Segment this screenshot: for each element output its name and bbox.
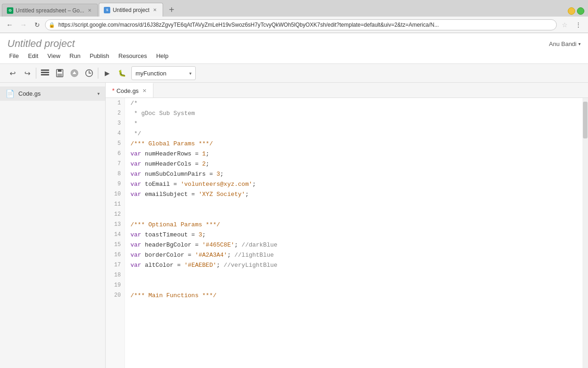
- editor-tab-code-gs[interactable]: * Code.gs ✕: [106, 83, 153, 98]
- save-button[interactable]: [53, 66, 67, 80]
- app: Untitled project Anu Bandi ▾ File Edit V…: [0, 33, 588, 83]
- code-line-20: /*** Main Functions ***/: [125, 290, 582, 300]
- maximize-button[interactable]: [577, 7, 584, 15]
- upload-icon: [70, 69, 79, 77]
- clock-icon: [85, 69, 93, 77]
- code-string: 'volunteers@xyz.com': [181, 181, 252, 188]
- run-button[interactable]: ▶: [100, 66, 114, 80]
- line-number: 12: [106, 209, 124, 219]
- sidebar: 📄 Code.gs ▾: [0, 83, 106, 368]
- spreadsheet-favicon: G: [7, 7, 13, 14]
- code-plain: numHeaderCols =: [141, 161, 202, 167]
- code-line-16: var borderColor = '#A2A3A4'; //lightBlue: [125, 250, 582, 260]
- toolbar-separator-1: [36, 68, 36, 79]
- url-lock-icon: 🔒: [49, 22, 55, 28]
- code-keyword: var: [130, 242, 141, 248]
- menu-publish[interactable]: Publish: [85, 51, 114, 61]
- menu-run[interactable]: Run: [65, 51, 85, 61]
- sidebar-file-item-code-gs[interactable]: 📄 Code.gs ▾: [0, 86, 105, 101]
- code-line-13: /*** Optional Params ***/: [125, 219, 582, 230]
- code-string: '#EAEBED': [184, 262, 216, 269]
- code-content[interactable]: /* * gDoc Sub System * */ /*** Global Pa…: [125, 98, 582, 368]
- editor-tabs: * Code.gs ✕: [106, 83, 588, 98]
- line-number: 5: [106, 138, 124, 149]
- tab-spreadsheet-label: Untitled spreadsheet – Go...: [16, 7, 84, 14]
- code-plain: numSubColumnPairs =: [141, 171, 216, 178]
- line-number: 17: [106, 260, 124, 270]
- scrollbar-track[interactable]: [582, 98, 588, 368]
- code-line-19: [125, 280, 582, 290]
- svg-rect-2: [41, 74, 49, 75]
- forward-button[interactable]: →: [17, 19, 29, 31]
- line-number: 7: [106, 159, 124, 169]
- upload-button[interactable]: [68, 66, 81, 80]
- code-string: 'XYZ Society': [198, 191, 245, 198]
- line-number: 20: [106, 290, 124, 300]
- editor-tab-close[interactable]: ✕: [142, 88, 147, 94]
- code-keyword: var: [130, 191, 141, 198]
- line-number: 18: [106, 270, 124, 280]
- code-line-12: [125, 209, 582, 219]
- svg-rect-4: [58, 69, 62, 72]
- code-plain: ;: [252, 181, 256, 188]
- sidebar-file-name: Code.gs: [18, 90, 94, 97]
- code-comment: */: [130, 130, 141, 137]
- code-number: 1: [202, 150, 206, 157]
- app-title-row: Untitled project Anu Bandi ▾: [7, 33, 581, 51]
- line-number: 8: [106, 169, 124, 179]
- undo-button[interactable]: ↩: [6, 66, 19, 80]
- menu-edit[interactable]: Edit: [23, 51, 43, 61]
- code-plain: ;: [202, 231, 206, 238]
- code-line-14: var toastTimeout = 3;: [125, 230, 582, 240]
- url-input[interactable]: [45, 19, 557, 30]
- tab-script-label: Untitled project: [113, 7, 149, 13]
- code-section: /*** Optional Params ***/: [130, 221, 220, 228]
- app-header: Untitled project Anu Bandi ▾ File Edit V…: [0, 33, 588, 63]
- line-number: 15: [106, 240, 124, 250]
- code-string: '#465C8E': [202, 242, 234, 248]
- menu-file[interactable]: File: [7, 51, 23, 61]
- reload-button[interactable]: ↻: [31, 19, 43, 31]
- line-number: 6: [106, 149, 124, 159]
- line-number: 11: [106, 199, 124, 209]
- code-keyword: var: [130, 181, 141, 188]
- menu-bar: File Edit View Run Publish Resources Hel…: [7, 51, 581, 63]
- minimize-button[interactable]: [568, 7, 575, 15]
- address-bar: ← → ↻ 🔒 ☆ ⋮: [0, 17, 588, 33]
- scrollbar-thumb[interactable]: [583, 102, 588, 138]
- debug-button[interactable]: 🐛: [115, 66, 129, 80]
- menu-view[interactable]: View: [43, 51, 65, 61]
- line-number: 16: [106, 250, 124, 260]
- code-plain: numHeaderRows =: [141, 150, 202, 157]
- line-number: 13: [106, 219, 124, 230]
- menu-button[interactable]: ⋮: [572, 19, 584, 31]
- code-comment: /*: [130, 100, 138, 107]
- code-line-1: /*: [125, 98, 582, 108]
- history-button[interactable]: [82, 66, 96, 80]
- user-name: Anu Bandi: [549, 40, 577, 47]
- tab-spreadsheet[interactable]: G Untitled spreadsheet – Go... ✕: [2, 4, 98, 17]
- redo-button[interactable]: ↪: [20, 66, 34, 80]
- back-button[interactable]: ←: [4, 19, 16, 31]
- code-keyword: var: [130, 231, 141, 238]
- code-line-9: var toEmail = 'volunteers@xyz.com';: [125, 179, 582, 189]
- menu-help[interactable]: Help: [152, 51, 173, 61]
- new-tab-button[interactable]: +: [165, 4, 178, 17]
- tab-script-close[interactable]: ✕: [152, 7, 158, 13]
- bookmark-button[interactable]: ☆: [559, 19, 571, 31]
- code-line-18: [125, 270, 582, 280]
- code-plain: emailSubject =: [141, 191, 198, 198]
- document-list-button[interactable]: [38, 66, 52, 80]
- editor-area: * Code.gs ✕ 1 2 3 4 5 6 7 8 9 10 11 12 1…: [106, 83, 588, 368]
- code-line-5: /*** Global Params ***/: [125, 138, 582, 149]
- menu-resources[interactable]: Resources: [114, 51, 152, 61]
- code-line-2: * gDoc Sub System: [125, 108, 582, 118]
- tab-spreadsheet-close[interactable]: ✕: [86, 7, 93, 14]
- code-line-3: *: [125, 118, 582, 128]
- code-comment: * gDoc Sub System: [130, 110, 195, 117]
- tab-script[interactable]: S Untitled project ✕: [99, 3, 163, 17]
- user-menu[interactable]: Anu Bandi ▾: [549, 40, 581, 47]
- line-number: 1: [106, 98, 124, 108]
- function-selector[interactable]: myFunction ▾: [131, 66, 196, 80]
- code-line-6: var numHeaderRows = 1;: [125, 149, 582, 159]
